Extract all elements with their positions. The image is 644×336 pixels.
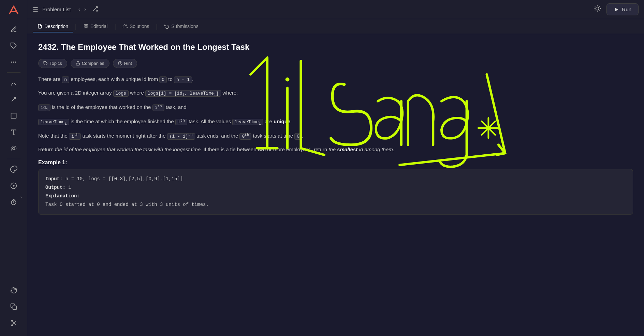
prev-arrow[interactable]: ‹ bbox=[76, 5, 82, 14]
problem-title: 2432. The Employee That Worked on the Lo… bbox=[38, 42, 633, 52]
example-title: Example 1: bbox=[38, 159, 633, 166]
header-title: Problem List bbox=[42, 6, 71, 12]
svg-point-9 bbox=[11, 146, 16, 151]
tag-tool[interactable] bbox=[6, 38, 21, 53]
input-label: Input: bbox=[45, 176, 62, 182]
hand-tool[interactable] bbox=[6, 283, 21, 298]
svg-rect-5 bbox=[11, 113, 16, 118]
rect-tool[interactable] bbox=[6, 108, 21, 123]
tab-solutions[interactable]: Solutions bbox=[118, 21, 154, 32]
cut-tool[interactable] bbox=[6, 316, 21, 331]
explanation-label: Explanation: bbox=[45, 193, 80, 199]
tab-editorial[interactable]: Editorial bbox=[79, 21, 113, 32]
timer-tool[interactable]: › bbox=[6, 195, 21, 210]
example-code: Input: n = 10, logs = [[0,3],[2,5],[0,9]… bbox=[38, 169, 633, 215]
svg-point-15 bbox=[11, 320, 12, 321]
tab-description-label: Description bbox=[44, 24, 68, 29]
main-area: ☰ Problem List ‹ › Run bbox=[27, 0, 644, 336]
more-tool[interactable] bbox=[6, 55, 21, 70]
topics-tag[interactable]: Topics bbox=[38, 59, 67, 68]
hint-tag[interactable]: Hint bbox=[113, 59, 137, 68]
svg-line-28 bbox=[599, 6, 600, 6]
tab-submissions-label: Submissions bbox=[171, 24, 198, 29]
problem-content: 2432. The Employee That Worked on the Lo… bbox=[27, 34, 644, 336]
tab-sep-2: | bbox=[114, 23, 116, 30]
next-arrow[interactable]: › bbox=[82, 5, 88, 14]
tab-sep-1: | bbox=[75, 23, 77, 30]
svg-line-27 bbox=[595, 11, 595, 11]
svg-point-3 bbox=[11, 62, 12, 62]
tab-sep-3: | bbox=[156, 23, 158, 30]
text-tool[interactable] bbox=[6, 125, 21, 140]
svg-point-14 bbox=[11, 325, 12, 326]
desc-para-5: Note that the ith task starts the moment… bbox=[38, 131, 633, 140]
divider-2 bbox=[7, 159, 20, 159]
companies-tag[interactable]: Companies bbox=[71, 59, 109, 68]
left-toolbar: › bbox=[0, 0, 27, 336]
svg-rect-13 bbox=[13, 306, 16, 310]
svg-point-20 bbox=[596, 7, 599, 10]
svg-point-8 bbox=[12, 148, 15, 150]
desc-para-2: You are given a 2D integer array logs wh… bbox=[38, 88, 633, 98]
svg-rect-30 bbox=[84, 24, 85, 26]
menu-icon[interactable]: ☰ bbox=[33, 6, 38, 13]
svg-rect-36 bbox=[76, 63, 79, 65]
copy-tool[interactable] bbox=[6, 299, 21, 314]
svg-line-23 bbox=[595, 6, 595, 6]
companies-label: Companies bbox=[82, 61, 104, 66]
tab-description[interactable]: Description bbox=[33, 21, 73, 32]
desc-para-4: leaveTimei is the time at which the empl… bbox=[38, 117, 633, 127]
play-tool[interactable] bbox=[6, 178, 21, 193]
svg-line-4 bbox=[12, 97, 16, 101]
svg-point-2 bbox=[15, 62, 16, 62]
divider-1 bbox=[7, 72, 20, 73]
desc-para-3: idi is the id of the employee that worke… bbox=[38, 103, 633, 112]
svg-rect-33 bbox=[84, 27, 85, 28]
svg-marker-29 bbox=[615, 8, 618, 12]
header: ☰ Problem List ‹ › Run bbox=[27, 0, 644, 19]
app-logo[interactable] bbox=[6, 3, 21, 18]
tab-editorial-label: Editorial bbox=[90, 24, 108, 29]
output-label: Output: bbox=[45, 185, 65, 190]
color-tool[interactable] bbox=[6, 162, 21, 177]
arrow-tool[interactable] bbox=[6, 92, 21, 107]
svg-point-34 bbox=[124, 24, 126, 26]
shuffle-button[interactable] bbox=[89, 4, 101, 15]
svg-line-24 bbox=[599, 11, 600, 11]
curve-tool[interactable] bbox=[6, 75, 21, 90]
tab-submissions[interactable]: Submissions bbox=[160, 21, 203, 32]
tabs-row: Description | Editorial | Solutions | Su… bbox=[27, 19, 644, 34]
svg-rect-32 bbox=[86, 27, 88, 28]
topics-label: Topics bbox=[49, 61, 62, 66]
tags-row: Topics Companies Hint bbox=[38, 59, 633, 68]
run-button[interactable]: Run bbox=[606, 3, 639, 15]
desc-para-6: Return the id of the employee that worke… bbox=[38, 145, 633, 154]
hint-label: Hint bbox=[124, 61, 132, 66]
toolbar-bottom bbox=[6, 283, 21, 333]
pen-tool[interactable] bbox=[6, 22, 21, 37]
ellipse-tool[interactable] bbox=[6, 141, 21, 156]
svg-marker-11 bbox=[13, 185, 15, 187]
svg-point-1 bbox=[13, 62, 14, 62]
theme-toggle[interactable] bbox=[594, 5, 601, 14]
example-section: Example 1: Input: n = 10, logs = [[0,3],… bbox=[38, 159, 633, 215]
tab-solutions-label: Solutions bbox=[130, 24, 149, 29]
svg-rect-31 bbox=[86, 24, 88, 26]
desc-para-1: There are n employees, each with a uniqu… bbox=[38, 75, 633, 84]
